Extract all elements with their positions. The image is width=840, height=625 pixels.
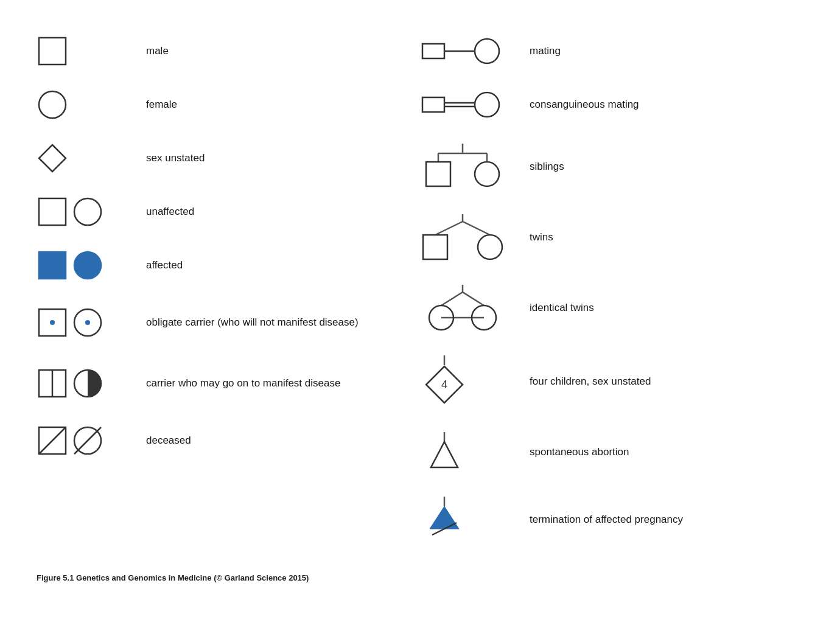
label-twins: twins — [530, 230, 803, 245]
legend-row-mating: mating — [420, 24, 803, 78]
svg-text:4: 4 — [441, 379, 447, 391]
label-unaffected: unaffected — [146, 204, 420, 219]
label-termination: termination of affected pregnancy — [530, 512, 803, 527]
symbol-spontaneous-abortion — [420, 431, 530, 473]
label-four-children: four children, sex unstated — [530, 374, 803, 389]
label-deceased: deceased — [146, 433, 420, 448]
svg-line-32 — [435, 222, 463, 235]
symbol-carrier-manifest — [37, 368, 146, 399]
label-spontaneous-abortion: spontaneous abortion — [530, 445, 803, 459]
legend-row-spontaneous-abortion: spontaneous abortion — [420, 420, 803, 484]
legend-row-female: female — [37, 78, 420, 131]
symbol-sex-unstated — [37, 142, 146, 174]
svg-line-37 — [441, 292, 463, 306]
symbol-unaffected — [37, 196, 146, 228]
symbol-consanguineous — [420, 89, 530, 120]
svg-rect-34 — [423, 235, 447, 259]
symbol-deceased — [37, 425, 146, 456]
symbol-twins — [420, 213, 530, 262]
svg-rect-29 — [426, 162, 450, 186]
svg-marker-46 — [431, 442, 458, 467]
svg-point-8 — [50, 320, 55, 325]
svg-point-30 — [475, 162, 499, 186]
legend-row-identical-twins: identical twins — [420, 273, 803, 343]
label-sex-unstated: sex unstated — [146, 151, 420, 166]
label-female: female — [146, 97, 420, 112]
label-male: male — [146, 44, 420, 58]
legend-row-male: male — [37, 24, 420, 78]
legend-grid: male female sex unstated — [37, 24, 803, 555]
legend-row-four-children: 4 four children, sex unstated — [420, 343, 803, 420]
svg-point-10 — [85, 320, 90, 325]
legend-row-deceased: deceased — [37, 414, 420, 467]
svg-point-20 — [475, 39, 499, 63]
svg-line-33 — [463, 222, 490, 235]
symbol-identical-twins — [420, 284, 530, 332]
label-siblings: siblings — [530, 159, 803, 174]
legend-row-sex-unstated: sex unstated — [37, 131, 420, 185]
svg-line-38 — [463, 292, 484, 306]
symbol-termination — [420, 495, 530, 544]
symbol-four-children: 4 — [420, 354, 530, 409]
svg-point-24 — [475, 93, 499, 117]
label-identical-twins: identical twins — [530, 301, 803, 315]
svg-point-4 — [74, 198, 101, 225]
svg-rect-18 — [422, 44, 444, 58]
symbol-mating — [420, 35, 530, 67]
legend-row-siblings: siblings — [420, 131, 803, 202]
symbol-siblings — [420, 142, 530, 191]
svg-rect-21 — [422, 97, 444, 112]
svg-point-6 — [74, 252, 101, 279]
svg-marker-2 — [39, 145, 66, 172]
label-consanguineous: consanguineous mating — [530, 97, 803, 112]
figure-caption: Figure 5.1 Genetics and Genomics in Medi… — [37, 573, 803, 582]
svg-point-35 — [478, 235, 502, 259]
legend-row-twins: twins — [420, 202, 803, 273]
svg-marker-48 — [430, 506, 459, 529]
svg-line-15 — [39, 427, 66, 454]
symbol-affected — [37, 250, 146, 281]
label-affected: affected — [146, 258, 420, 273]
svg-rect-0 — [39, 38, 66, 65]
symbol-female — [37, 89, 146, 120]
label-mating: mating — [530, 44, 803, 58]
legend-row-unaffected: unaffected — [37, 185, 420, 239]
symbol-male — [37, 35, 146, 67]
legend-row-consanguineous: consanguineous mating — [420, 78, 803, 131]
legend-row-obligate-carrier: obligate carrier (who will not manifest … — [37, 292, 420, 353]
label-carrier-manifest: carrier who may go on to manifest diseas… — [146, 376, 420, 391]
legend-row-affected: affected — [37, 239, 420, 292]
legend-row-carrier-manifest: carrier who may go on to manifest diseas… — [37, 353, 420, 414]
svg-point-1 — [39, 91, 66, 118]
symbol-obligate-carrier — [37, 307, 146, 338]
legend-row-termination: termination of affected pregnancy — [420, 484, 803, 555]
svg-rect-3 — [39, 198, 66, 225]
label-obligate-carrier: obligate carrier (who will not manifest … — [146, 315, 420, 330]
svg-rect-5 — [39, 252, 66, 279]
